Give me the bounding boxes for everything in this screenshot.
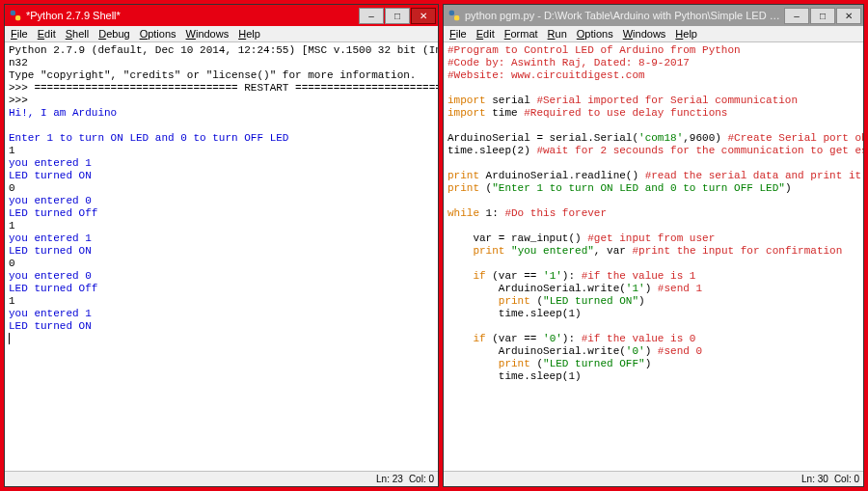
code-statusbar: Ln: 30 Col: 0 — [444, 471, 863, 486]
menu-shell[interactable]: Shell — [62, 27, 93, 41]
menu-file[interactable]: File — [7, 27, 32, 41]
menu-options[interactable]: Options — [136, 27, 180, 41]
menu-format[interactable]: Format — [501, 27, 542, 41]
svg-rect-2 — [449, 11, 454, 15]
shell-menubar: FileEditShellDebugOptionsWindowsHelp — [5, 26, 438, 42]
menu-run[interactable]: Run — [544, 27, 571, 41]
code-status-line: Ln: 30 — [801, 474, 828, 484]
svg-rect-0 — [11, 11, 15, 15]
menu-options[interactable]: Options — [573, 27, 617, 41]
python-icon — [448, 9, 461, 22]
maximize-button[interactable]: □ — [385, 8, 410, 24]
close-button[interactable]: ✕ — [411, 8, 436, 24]
code-titlebar[interactable]: python pgm.py - D:\Work Table\Arduino wi… — [444, 5, 863, 26]
menu-edit[interactable]: Edit — [34, 27, 60, 41]
text-cursor — [9, 333, 10, 344]
code-status-col: Col: 0 — [834, 474, 859, 484]
code-editor-window: python pgm.py - D:\Work Table\Arduino wi… — [443, 4, 864, 487]
shell-statusbar: Ln: 23 Col: 0 — [5, 471, 438, 486]
shell-output-area[interactable]: Python 2.7.9 (default, Dec 10 2014, 12:2… — [5, 42, 438, 471]
python-icon — [9, 9, 22, 22]
shell-titlebar[interactable]: *Python 2.7.9 Shell* – □ ✕ — [5, 5, 438, 26]
menu-edit[interactable]: Edit — [473, 27, 499, 41]
code-window-controls: – □ ✕ — [784, 8, 861, 24]
maximize-button[interactable]: □ — [810, 8, 835, 24]
menu-help[interactable]: Help — [234, 27, 264, 41]
shell-title: *Python 2.7.9 Shell* — [26, 10, 359, 21]
svg-rect-1 — [15, 15, 20, 20]
code-editor-area[interactable]: #Program to Control LED of Arduino from … — [444, 42, 863, 471]
code-title: python pgm.py - D:\Work Table\Arduino wi… — [465, 10, 784, 21]
menu-windows[interactable]: Windows — [182, 27, 233, 41]
shell-window-controls: – □ ✕ — [359, 8, 436, 24]
code-menubar: FileEditFormatRunOptionsWindowsHelp — [444, 26, 863, 42]
menu-debug[interactable]: Debug — [95, 27, 133, 41]
shell-output-text: Python 2.7.9 (default, Dec 10 2014, 12:2… — [9, 44, 434, 333]
code-editor-text: #Program to Control LED of Arduino from … — [448, 44, 859, 383]
shell-status-line: Ln: 23 — [376, 474, 403, 484]
close-button[interactable]: ✕ — [836, 8, 861, 24]
menu-file[interactable]: File — [446, 27, 471, 41]
minimize-button[interactable]: – — [784, 8, 809, 24]
python-shell-window: *Python 2.7.9 Shell* – □ ✕ FileEditShell… — [4, 4, 439, 487]
shell-status-col: Col: 0 — [409, 474, 434, 484]
menu-windows[interactable]: Windows — [619, 27, 670, 41]
menu-help[interactable]: Help — [671, 27, 701, 41]
svg-rect-3 — [454, 15, 459, 20]
minimize-button[interactable]: – — [359, 8, 384, 24]
